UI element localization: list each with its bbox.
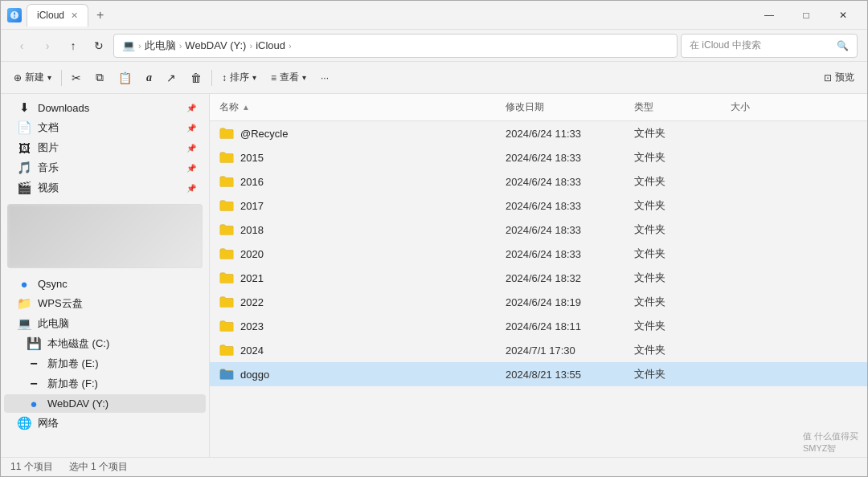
pictures-icon: 🖼 <box>17 141 31 155</box>
col-name-header[interactable]: 名称 ▲ <box>210 97 499 117</box>
table-row[interactable]: 2016 2024/6/24 18:33 文件夹 <box>210 169 867 194</box>
file-name-text: 2018 <box>240 224 264 236</box>
file-date-cell: 2024/6/24 18:33 <box>499 149 628 166</box>
table-row[interactable]: 2023 2024/6/24 18:11 文件夹 <box>210 314 867 338</box>
table-row[interactable]: @Recycle 2024/6/24 11:33 文件夹 <box>210 121 867 145</box>
col-date-header[interactable]: 修改日期 <box>499 97 628 117</box>
active-tab[interactable]: iCloud ✕ <box>27 4 88 26</box>
table-row[interactable]: 2020 2024/6/24 18:33 文件夹 <box>210 242 867 266</box>
navbar: ‹ › ↑ ↻ 💻 › 此电脑 › WebDAV (Y:) › iCloud ›… <box>1 30 867 62</box>
sidebar-label-disk-f: 新加卷 (F:) <box>47 377 98 391</box>
col-size-header[interactable]: 大小 <box>724 97 788 117</box>
table-row[interactable]: doggo 2024/8/21 13:55 文件夹 <box>210 362 867 386</box>
rename-button[interactable]: a <box>140 66 158 90</box>
file-name-text: 2021 <box>240 272 264 284</box>
sort-label: 排序 <box>230 71 249 84</box>
file-type-cell: 文件夹 <box>628 365 724 384</box>
docs-icon: 📄 <box>17 120 31 135</box>
sidebar-item-pictures[interactable]: 🖼 图片 📌 <box>4 138 206 157</box>
file-size-cell <box>724 275 788 280</box>
sidebar-item-network[interactable]: 🌐 网络 <box>4 414 206 433</box>
pin-icon-docs: 📌 <box>186 124 196 132</box>
network-icon: 🌐 <box>17 416 31 430</box>
file-name-text: 2022 <box>240 296 264 308</box>
table-row[interactable]: 2021 2024/6/24 18:32 文件夹 <box>210 266 867 290</box>
main-area: ⬇ Downloads 📌 📄 文档 📌 🖼 图片 📌 🎵 音乐 📌 🎬 视频 … <box>1 94 867 457</box>
view-button[interactable]: ≡ 查看 ▾ <box>264 66 313 90</box>
sort-icon: ↕ <box>222 72 227 84</box>
sidebar-label-downloads: Downloads <box>38 102 89 114</box>
table-row[interactable]: 2015 2024/6/24 18:33 文件夹 <box>210 145 867 169</box>
sort-arrow-icon: ▲ <box>242 103 250 112</box>
maximize-button[interactable]: □ <box>788 4 824 26</box>
file-type-cell: 文件夹 <box>628 172 724 191</box>
pin-icon: 📌 <box>186 104 196 112</box>
file-name-cell: 2021 <box>210 269 499 287</box>
sidebar-item-docs[interactable]: 📄 文档 📌 <box>4 118 206 137</box>
file-name-cell: @Recycle <box>210 124 499 142</box>
table-row[interactable]: 2024 2024/7/1 17:30 文件夹 <box>210 338 867 362</box>
status-total: 11 个项目 <box>10 460 53 474</box>
music-icon: 🎵 <box>17 161 31 175</box>
forward-button[interactable]: › <box>36 35 59 57</box>
minimize-button[interactable]: — <box>751 4 787 26</box>
more-button[interactable]: ··· <box>314 66 335 90</box>
sidebar-label-local-c: 本地磁盘 (C:) <box>47 336 109 351</box>
computer-icon: 💻 <box>122 39 135 51</box>
sidebar-item-disk-f[interactable]: − 新加卷 (F:) <box>4 374 206 393</box>
file-type-cell: 文件夹 <box>628 244 724 263</box>
sidebar-item-music[interactable]: 🎵 音乐 📌 <box>4 158 206 177</box>
table-row[interactable]: 2022 2024/6/24 18:19 文件夹 <box>210 290 867 314</box>
sort-button[interactable]: ↕ 排序 ▾ <box>215 66 263 90</box>
file-name-cell: 2023 <box>210 317 499 335</box>
breadcrumb[interactable]: 💻 › 此电脑 › WebDAV (Y:) › iCloud › <box>113 34 678 58</box>
file-date-cell: 2024/6/24 18:32 <box>499 270 628 287</box>
file-type-cell: 文件夹 <box>628 220 724 239</box>
sidebar-label-pictures: 图片 <box>38 141 59 155</box>
cut-button[interactable]: ✂ <box>65 66 88 90</box>
breadcrumb-webdav[interactable]: WebDAV (Y:) <box>185 39 246 51</box>
statusbar: 11 个项目 选中 1 个项目 <box>1 457 867 476</box>
up-button[interactable]: ↑ <box>62 35 84 57</box>
disk-f-icon: − <box>27 377 41 391</box>
sidebar-item-downloads[interactable]: ⬇ Downloads 📌 <box>4 98 206 117</box>
breadcrumb-computer[interactable]: 此电脑 <box>145 39 176 53</box>
search-box[interactable]: 在 iCloud 中搜索 🔍 <box>681 34 858 58</box>
table-row[interactable]: 2017 2024/6/24 18:33 文件夹 <box>210 194 867 218</box>
file-name-text: 2024 <box>240 344 264 357</box>
new-button[interactable]: ⊕ 新建 ▾ <box>7 66 58 90</box>
download-icon: ⬇ <box>17 100 31 115</box>
paste-button[interactable]: 📋 <box>112 66 138 90</box>
refresh-button[interactable]: ↻ <box>88 35 110 57</box>
sidebar-item-wps[interactable]: 📁 WPS云盘 <box>4 294 206 313</box>
delete-icon: 🗑 <box>190 71 202 84</box>
back-button[interactable]: ‹ <box>10 35 33 57</box>
file-date-cell: 2024/6/24 18:33 <box>499 222 628 238</box>
new-tab-button[interactable]: + <box>92 8 108 22</box>
file-name-cell: 2020 <box>210 245 499 263</box>
file-name-cell: 2018 <box>210 221 499 238</box>
col-type-header[interactable]: 类型 <box>628 97 724 117</box>
col-type-label: 类型 <box>634 101 653 112</box>
share-button[interactable]: ↗ <box>160 66 182 90</box>
preview-button[interactable]: ⊡ 预览 <box>817 66 861 90</box>
webdav-icon: ● <box>27 397 41 410</box>
table-row[interactable]: 2018 2024/6/24 18:33 文件夹 <box>210 218 867 242</box>
sidebar-item-disk-e[interactable]: − 新加卷 (E:) <box>4 354 206 373</box>
sidebar-item-webdav[interactable]: ● WebDAV (Y:) <box>4 394 206 413</box>
copy-button[interactable]: ⧉ <box>89 66 110 90</box>
file-area: 名称 ▲ 修改日期 类型 大小 @Recycle 2024/6/24 11:33 <box>210 94 867 457</box>
close-button[interactable]: ✕ <box>825 4 861 26</box>
sidebar-item-local-c[interactable]: 💾 本地磁盘 (C:) <box>4 334 206 353</box>
sidebar-item-pc[interactable]: 💻 此电脑 <box>4 314 206 333</box>
delete-button[interactable]: 🗑 <box>184 66 208 90</box>
pin-icon-music: 📌 <box>186 164 196 173</box>
file-type-cell: 文件夹 <box>628 124 724 143</box>
tab-close-button[interactable]: ✕ <box>71 10 78 21</box>
file-name-text: doggo <box>240 369 269 381</box>
breadcrumb-icloud[interactable]: iCloud <box>256 39 285 51</box>
file-size-cell <box>724 131 788 136</box>
file-date-cell: 2024/7/1 17:30 <box>499 342 628 359</box>
sidebar-item-qsync[interactable]: ● Qsync <box>4 275 206 293</box>
sidebar-item-videos[interactable]: 🎬 视频 📌 <box>4 178 206 198</box>
